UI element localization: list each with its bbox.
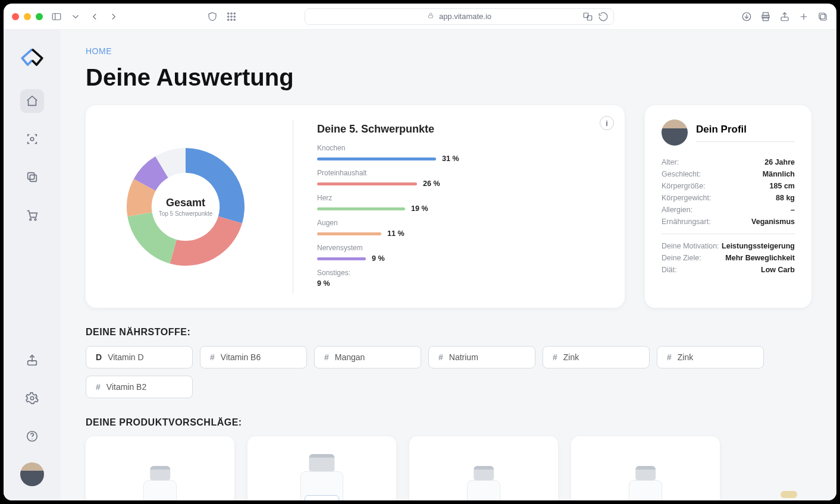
hash-icon: #	[210, 352, 215, 362]
profile-value: Veganismus	[751, 218, 795, 226]
translate-icon[interactable]	[582, 11, 593, 22]
app-logo[interactable]	[14, 44, 50, 69]
schwerpunkt-pct: 19 %	[411, 204, 428, 213]
address-bar[interactable]: app.vitamate.io	[305, 8, 614, 25]
profile-row: Ernährungsart:Veganismus	[662, 216, 795, 228]
profile-row: Diät:Low Carb	[662, 264, 795, 276]
evaluation-card: i Gesamt Top 5 Schwerpunkte Deine 5. S	[86, 105, 625, 308]
nav-share[interactable]	[20, 348, 44, 372]
svg-point-9	[231, 19, 232, 20]
schwerpunkt-pct: 9 %	[372, 254, 385, 263]
schwerpunkt-pct: 9 %	[317, 279, 330, 288]
schwerpunkt-row: Herz19 %	[317, 194, 608, 213]
hash-icon: #	[438, 352, 443, 362]
profile-value: –	[791, 206, 795, 214]
svg-point-6	[231, 15, 232, 17]
close-window-icon[interactable]	[12, 13, 19, 20]
svg-point-8	[228, 19, 229, 20]
nutrient-chip[interactable]: #Vitamin B6	[200, 346, 307, 368]
sidebar-avatar[interactable]	[20, 462, 44, 486]
profile-value: Leistungssteigerung	[722, 242, 795, 250]
profile-key: Körpergröße:	[662, 182, 706, 190]
hash-icon: #	[667, 352, 672, 362]
nutrient-label: Zink	[563, 352, 579, 362]
nutrient-chip[interactable]: #Mangan	[314, 346, 421, 368]
window-controls[interactable]	[12, 13, 43, 20]
download-icon[interactable]	[741, 11, 752, 22]
product-card[interactable]	[86, 436, 234, 500]
schwerpunkt-label: Augen	[317, 219, 608, 227]
schwerpunkt-label: Sonstiges:	[317, 269, 608, 277]
nav-help[interactable]	[20, 424, 44, 448]
profile-key: Alter:	[662, 158, 679, 166]
new-tab-icon[interactable]	[798, 11, 809, 22]
schwerpunkt-label: Proteinhaushalt	[317, 169, 608, 177]
svg-point-24	[30, 137, 34, 141]
nutrient-label: Zink	[678, 352, 693, 362]
nutrient-label: Vitamin B2	[106, 382, 146, 392]
schwerpunkt-row: Proteinhaushalt26 %	[317, 169, 608, 188]
nutrient-label: Vitamin D	[108, 352, 143, 362]
shield-icon[interactable]	[207, 11, 218, 22]
schwerpunkte-title: Deine 5. Schwerpunkte	[317, 123, 608, 136]
schwerpunkt-row: Nervensystem9 %	[317, 244, 608, 263]
svg-point-28	[35, 219, 36, 220]
nutrient-chip[interactable]: #Vitamin B2	[86, 376, 193, 398]
apps-grid-icon[interactable]	[226, 11, 237, 22]
profile-row: Körpergröße:185 cm	[662, 180, 795, 192]
hash-icon: #	[324, 352, 329, 362]
svg-rect-22	[820, 14, 826, 20]
product-card[interactable]	[571, 436, 720, 500]
print-icon[interactable]	[760, 11, 771, 22]
back-icon[interactable]	[89, 11, 100, 22]
schwerpunkt-label: Knochen	[317, 144, 608, 152]
svg-point-27	[30, 219, 32, 220]
chevron-down-icon[interactable]	[70, 11, 81, 22]
forward-icon[interactable]	[108, 11, 119, 22]
schwerpunkt-row: Knochen31 %	[317, 144, 608, 163]
nav-scan[interactable]	[20, 127, 44, 151]
minimize-window-icon[interactable]	[24, 13, 31, 20]
reload-icon[interactable]	[598, 11, 609, 22]
schwerpunkt-bar	[317, 207, 405, 210]
nutrient-chip[interactable]: #Natrium	[428, 346, 535, 368]
product-card[interactable]	[409, 436, 558, 500]
profile-key: Ernährungsart:	[662, 218, 711, 226]
svg-point-7	[234, 15, 235, 17]
profile-key: Deine Motivation:	[662, 242, 719, 250]
nutrients-chips: DVitamin D#Vitamin B6#Mangan#Natrium#Zin…	[86, 346, 811, 398]
nutrient-chip[interactable]: #Zink	[543, 346, 650, 368]
profile-value: 185 cm	[770, 182, 795, 190]
share-icon[interactable]	[779, 11, 790, 22]
product-card[interactable]	[247, 436, 396, 500]
nutrient-chip[interactable]: DVitamin D	[86, 346, 193, 368]
svg-rect-26	[28, 173, 35, 179]
schwerpunkt-row: Sonstiges:9 %	[317, 269, 608, 288]
info-icon[interactable]: i	[600, 116, 614, 130]
nutrient-initial: D	[96, 352, 102, 362]
profile-row: Alter:26 Jahre	[662, 156, 795, 168]
svg-point-30	[30, 396, 34, 400]
products-title: DEINE PRODUKTVORSCHLÄGE:	[86, 417, 811, 428]
profile-row: Allergien:–	[662, 204, 795, 216]
svg-point-4	[234, 12, 235, 14]
nav-home[interactable]	[20, 89, 44, 113]
schwerpunkt-bar	[317, 182, 417, 185]
nav-settings[interactable]	[20, 386, 44, 410]
page-title: Deine Auswertung	[86, 64, 811, 91]
breadcrumb[interactable]: HOME	[86, 46, 811, 56]
sidebar-toggle-icon[interactable]	[51, 11, 62, 22]
profile-row: Deine Motivation:Leistungssteigerung	[662, 240, 795, 252]
nav-copy[interactable]	[20, 165, 44, 189]
profile-card: Dein Profil Alter:26 JahreGeschlecht:Män…	[645, 105, 811, 308]
nutrients-title: DEINE NÄHRSTOFFE:	[86, 327, 811, 338]
maximize-window-icon[interactable]	[36, 13, 43, 20]
svg-point-3	[231, 12, 232, 14]
nutrient-chip[interactable]: #Zink	[657, 346, 764, 368]
nav-cart[interactable]	[20, 203, 44, 227]
app-sidebar	[4, 30, 61, 500]
profile-key: Diät:	[662, 266, 677, 274]
profile-key: Körpergewicht:	[662, 194, 711, 202]
tabs-icon[interactable]	[817, 11, 828, 22]
donut-chart: Gesamt Top 5 Schwerpunkte	[120, 141, 251, 272]
